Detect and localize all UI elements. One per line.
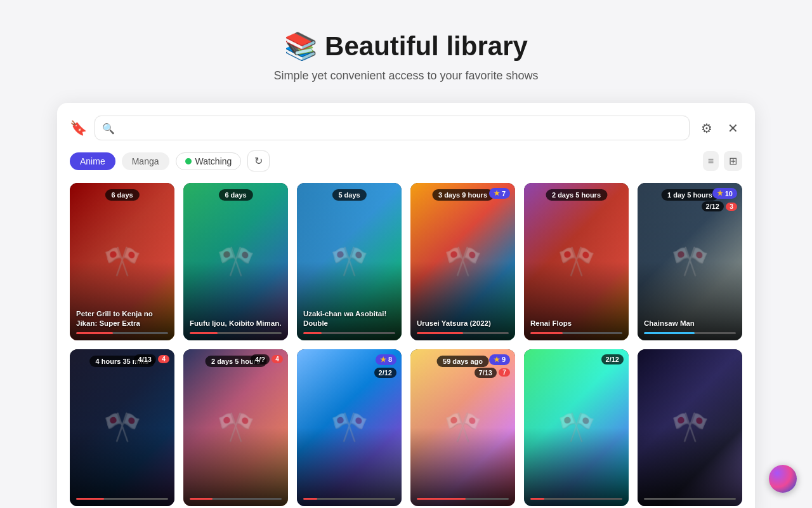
count-badge: 4 bbox=[158, 355, 169, 363]
episode-badge: 2/12 bbox=[702, 201, 724, 211]
card-info bbox=[524, 493, 629, 506]
card-progress-bar bbox=[530, 498, 622, 500]
card-progress-fill bbox=[303, 332, 322, 334]
grid-view-button[interactable]: ⊞ bbox=[724, 151, 742, 171]
search-container: 🔍 bbox=[95, 116, 690, 140]
card-progress-bar bbox=[644, 332, 736, 334]
watching-dot bbox=[185, 158, 192, 164]
anime-card[interactable]: 🎌2 days 5 hoursRenai Flops bbox=[524, 183, 629, 340]
card-title: Urusei Yatsura (2022) bbox=[417, 319, 509, 328]
card-ep-row: 2/12 bbox=[601, 354, 624, 364]
episode-badge: 4/? bbox=[251, 354, 270, 364]
card-info: Chainsaw Man bbox=[638, 314, 742, 340]
card-rating-row: ★ 10 bbox=[712, 188, 737, 199]
card-ep-row: 2/12 bbox=[374, 368, 396, 378]
card-badges: ★ 82/12 bbox=[374, 354, 396, 378]
refresh-button[interactable]: ↻ bbox=[247, 150, 270, 171]
card-progress-bar bbox=[417, 498, 509, 500]
app-container: 🔖 🔍 ⚙ ✕ Anime Manga Watching ↻ ≡ ⊞ 🎌6 da… bbox=[57, 103, 755, 508]
anime-card[interactable]: 🎌★ 82/12 bbox=[297, 349, 402, 507]
filter-bar: Anime Manga Watching ↻ ≡ ⊞ bbox=[70, 150, 742, 171]
card-title: Fuufu Ijou, Koibito Miman. bbox=[190, 319, 282, 328]
card-badges: ★ 102/123 bbox=[702, 188, 737, 211]
card-progress-fill bbox=[190, 332, 218, 334]
card-ep-row: 7/137 bbox=[475, 368, 510, 378]
anime-card[interactable]: 🎌2/12 bbox=[524, 349, 629, 507]
settings-button[interactable]: ⚙ bbox=[697, 117, 716, 140]
card-info: Fuufu Ijou, Koibito Miman. bbox=[183, 314, 288, 340]
floating-avatar[interactable] bbox=[769, 465, 797, 493]
card-title: Renai Flops bbox=[530, 319, 622, 328]
card-progress-fill bbox=[417, 498, 466, 500]
star-badge: ★ 9 bbox=[489, 354, 510, 365]
hero-section: 📚 Beautiful library Simple yet convenien… bbox=[261, 0, 551, 103]
card-grid-row1: 🎌6 daysPeter Grill to Kenja no Jikan: Su… bbox=[70, 183, 742, 340]
card-ep-row: 4/?4 bbox=[251, 354, 283, 364]
manga-filter-button[interactable]: Manga bbox=[122, 152, 169, 170]
episode-badge: 4/13 bbox=[134, 354, 156, 364]
card-time-badge: 6 days bbox=[105, 189, 139, 201]
watching-filter-button[interactable]: Watching bbox=[176, 152, 242, 170]
card-title: Peter Grill to Kenja no Jikan: Super Ext… bbox=[76, 309, 168, 328]
close-button[interactable]: ✕ bbox=[724, 117, 742, 140]
card-info: Peter Grill to Kenja no Jikan: Super Ext… bbox=[70, 304, 174, 340]
card-time-badge: 6 days bbox=[218, 189, 252, 201]
card-progress-bar bbox=[190, 498, 282, 500]
card-progress-fill bbox=[644, 332, 695, 334]
card-ep-row: 4/134 bbox=[134, 354, 169, 364]
card-progress-fill bbox=[76, 332, 113, 334]
card-time-badge: 2 days 5 hours bbox=[546, 189, 607, 201]
card-rating-row: ★ 8 bbox=[376, 354, 396, 365]
card-progress-bar bbox=[190, 332, 282, 334]
card-time-badge: 3 days 9 hours bbox=[432, 189, 494, 201]
count-badge: 3 bbox=[726, 203, 737, 211]
card-overlay bbox=[70, 349, 174, 507]
card-progress-fill bbox=[76, 498, 104, 500]
card-grid-row2: 🎌4 hours 35 mins4/134🎌2 days 5 hours4/?4… bbox=[70, 349, 742, 507]
card-progress-bar bbox=[76, 498, 168, 500]
card-overlay bbox=[524, 349, 629, 507]
anime-card[interactable]: 🎌3 days 9 hours★ 7Urusei Yatsura (2022) bbox=[410, 183, 515, 340]
anime-card[interactable]: 🎌4 hours 35 mins4/134 bbox=[70, 349, 174, 507]
hero-subtitle: Simple yet convenient access to your fav… bbox=[273, 69, 538, 83]
search-input[interactable] bbox=[95, 116, 690, 140]
anime-card[interactable]: 🎌 bbox=[638, 349, 742, 507]
card-progress-fill bbox=[417, 332, 463, 334]
anime-card[interactable]: 🎌5 daysUzaki-chan wa Asobitai! Double bbox=[297, 183, 402, 340]
card-progress-bar bbox=[644, 498, 736, 500]
filter-icon-button[interactable]: ≡ bbox=[703, 151, 719, 171]
card-badges: 2/12 bbox=[601, 354, 624, 364]
star-badge: ★ 7 bbox=[489, 188, 510, 199]
card-progress-bar bbox=[303, 498, 395, 500]
card-progress-bar bbox=[76, 332, 168, 334]
card-info bbox=[410, 493, 515, 506]
card-progress-fill bbox=[530, 332, 563, 334]
card-info bbox=[297, 493, 402, 506]
card-progress-bar bbox=[417, 332, 509, 334]
card-rating-row: ★ 7 bbox=[489, 188, 510, 199]
anime-filter-button[interactable]: Anime bbox=[70, 152, 115, 170]
card-rating-row: ★ 9 bbox=[489, 354, 510, 365]
card-progress-fill bbox=[530, 498, 544, 500]
anime-card[interactable]: 🎌6 daysPeter Grill to Kenja no Jikan: Su… bbox=[70, 183, 174, 340]
card-progress-bar bbox=[303, 332, 395, 334]
card-overlay bbox=[183, 349, 288, 507]
anime-card[interactable]: 🎌2 days 5 hours4/?4 bbox=[183, 349, 288, 507]
card-overlay bbox=[638, 349, 742, 507]
count-badge: 4 bbox=[272, 355, 283, 363]
episode-badge: 2/12 bbox=[374, 368, 396, 378]
card-badges: ★ 97/137 bbox=[475, 354, 510, 378]
anime-card[interactable]: 🎌59 days ago★ 97/137 bbox=[410, 349, 515, 507]
anime-card[interactable]: 🎌6 daysFuufu Ijou, Koibito Miman. bbox=[183, 183, 288, 340]
card-progress-bar bbox=[530, 332, 622, 334]
anime-card[interactable]: 🎌1 day 5 hours★ 102/123Chainsaw Man bbox=[638, 183, 742, 340]
card-title: Uzaki-chan wa Asobitai! Double bbox=[303, 309, 395, 328]
card-badges: 4/?4 bbox=[251, 354, 283, 364]
search-icon: 🔍 bbox=[102, 122, 115, 134]
bookmark-icon[interactable]: 🔖 bbox=[70, 120, 87, 137]
card-badges: ★ 7 bbox=[489, 188, 510, 199]
card-info bbox=[183, 493, 288, 506]
card-info: Uzaki-chan wa Asobitai! Double bbox=[297, 304, 402, 340]
card-time-badge: 5 days bbox=[332, 189, 366, 201]
card-info: Renai Flops bbox=[524, 314, 629, 340]
